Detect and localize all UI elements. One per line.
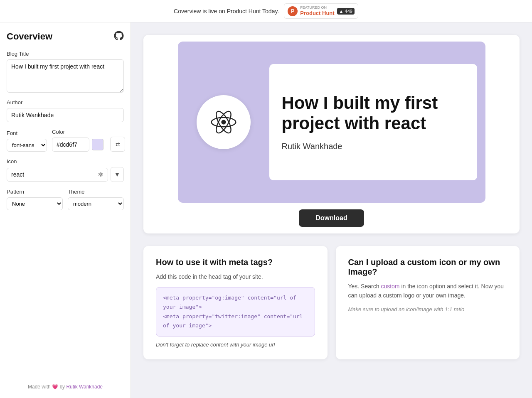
font-label: Font [7, 130, 47, 136]
theme-select[interactable]: modern light dark [68, 197, 124, 210]
theme-label: Theme [68, 189, 124, 195]
content-area: How I built my first project with react … [131, 22, 532, 398]
font-select[interactable]: font-sans font-serif font-mono [7, 139, 47, 152]
topbar: Coverview is live on Product Hunt Today.… [0, 0, 532, 22]
info-cards: How to use it with meta tags? Add this c… [143, 246, 520, 359]
shuffle-button[interactable]: ⇄ [110, 137, 125, 152]
code-line-2: <meta property="twitter:image" content="… [163, 312, 308, 330]
product-hunt-badge[interactable]: P FEATURED ON Product Hunt ▲ 449 [284, 3, 358, 18]
desc-text-1: Yes. Search [348, 283, 381, 290]
custom-link[interactable]: custom [381, 283, 399, 290]
info-card-2-desc: Yes. Search custom in the icon option an… [348, 282, 507, 300]
footer-made-with: Made with [28, 384, 51, 390]
code-block: <meta property="og:image" content="url o… [156, 287, 315, 336]
pattern-select[interactable]: None Dots Grid Lines [7, 197, 63, 210]
color-swatch[interactable] [92, 139, 103, 150]
ph-icon: P [288, 6, 298, 16]
info-card-meta: How to use it with meta tags? Add this c… [143, 246, 328, 359]
footer-by: by [59, 384, 65, 390]
footer-author-link[interactable]: Rutik Wankhade [66, 384, 103, 390]
sidebar-header: Coverview [7, 31, 124, 42]
footer-heart: 💗 [52, 384, 58, 390]
icon-group: Icon ⚛ ▼ [7, 158, 124, 182]
pattern-label: Pattern [7, 189, 63, 195]
author-label: Author [7, 99, 124, 106]
og-title: How I built my first project with react [282, 93, 465, 133]
blog-title-label: Blog Title [7, 51, 124, 57]
ph-featured-label: FEATURED ON [300, 5, 334, 10]
info-card-1-title: How to use it with meta tags? [156, 258, 315, 267]
theme-group: Theme modern light dark [68, 189, 124, 210]
color-group: Color [52, 129, 103, 152]
color-input-row [52, 138, 103, 152]
pattern-theme-row: Pattern None Dots Grid Lines Theme moder… [7, 189, 124, 210]
ph-count-badge: ▲ 449 [337, 8, 355, 15]
color-hex-input[interactable] [52, 138, 89, 152]
og-icon-area [178, 42, 269, 203]
pattern-group: Pattern None Dots Grid Lines [7, 189, 63, 210]
react-icon-glyph: ⚛ [98, 171, 103, 179]
sidebar-footer: Made with 💗 by Rutik Wankhade [7, 384, 124, 390]
info-card-2-title: Can I upload a custom icon or my own Ima… [348, 258, 507, 277]
react-logo-svg [209, 108, 238, 137]
og-author: Rutik Wankhade [282, 142, 465, 151]
app-title: Coverview [7, 31, 52, 42]
og-preview-card: How I built my first project with react … [178, 42, 485, 203]
main-layout: Coverview Blog Title How I built my firs… [0, 22, 532, 398]
ph-name-label: Product Hunt [300, 10, 334, 17]
download-button[interactable]: Download [299, 209, 364, 227]
code-line-1: <meta property="og:image" content="url o… [163, 293, 308, 312]
ph-text-block: FEATURED ON Product Hunt [300, 5, 334, 16]
blog-title-group: Blog Title How I built my first project … [7, 51, 124, 93]
icon-input-row: ⚛ ▼ [7, 167, 124, 182]
github-icon[interactable] [114, 31, 124, 42]
preview-container: How I built my first project with react … [143, 35, 520, 233]
code-note: Don't forget to replace content with you… [156, 341, 315, 348]
author-group: Author [7, 99, 124, 122]
info-card-custom: Can I upload a custom icon or my own Ima… [336, 246, 520, 359]
icon-circle [197, 95, 251, 149]
icon-label: Icon [7, 158, 124, 165]
svg-point-0 [221, 120, 226, 124]
info-card-1-desc: Add this code in the head tag of your si… [156, 272, 315, 281]
topbar-message: Coverview is live on Product Hunt Today. [174, 8, 279, 15]
font-color-row: Font font-sans font-serif font-mono Colo… [7, 129, 124, 152]
font-group: Font font-sans font-serif font-mono [7, 130, 47, 152]
blog-title-input[interactable]: How I built my first project with react [7, 59, 124, 93]
info-card-2-note: Make sure to upload an icon/image with 1… [348, 306, 507, 312]
sidebar: Coverview Blog Title How I built my firs… [0, 22, 131, 398]
og-text-area: How I built my first project with react … [269, 64, 477, 180]
color-label: Color [52, 129, 103, 135]
author-input[interactable] [7, 108, 124, 122]
icon-input[interactable] [11, 171, 94, 178]
icon-select-wrapper: ⚛ [7, 168, 108, 182]
icon-chevron-button[interactable]: ▼ [111, 167, 124, 182]
